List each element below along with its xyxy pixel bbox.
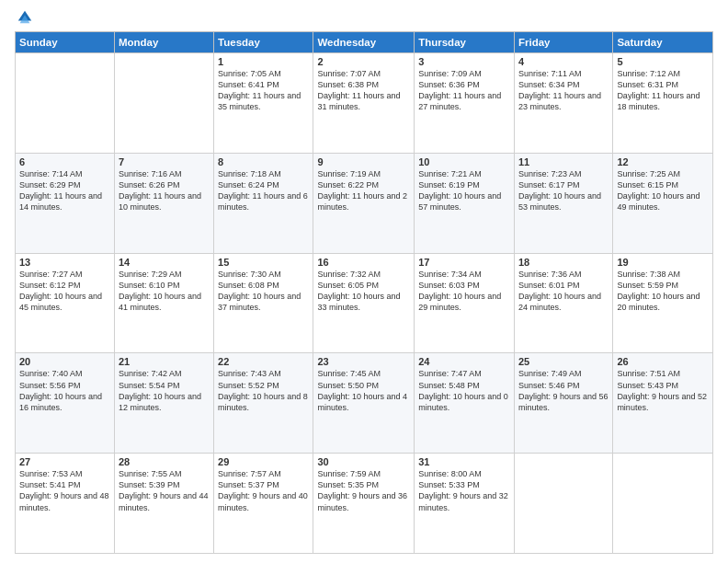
calendar-cell: 3 Sunrise: 7:09 AMSunset: 6:36 PMDayligh… xyxy=(415,53,515,154)
cell-info: Sunrise: 7:55 AMSunset: 5:39 PMDaylight:… xyxy=(119,469,209,511)
cell-day-number: 28 xyxy=(119,456,210,467)
calendar-cell: 31 Sunrise: 8:00 AMSunset: 5:33 PMDaylig… xyxy=(415,454,515,554)
calendar-cell: 16 Sunrise: 7:32 AMSunset: 6:05 PMDaylig… xyxy=(313,253,415,353)
cell-info: Sunrise: 7:51 AMSunset: 5:43 PMDaylight:… xyxy=(617,369,707,411)
cell-day-number: 25 xyxy=(518,356,609,367)
calendar-cell xyxy=(613,454,713,554)
cell-info: Sunrise: 7:27 AMSunset: 6:12 PMDaylight:… xyxy=(19,270,102,312)
calendar-cell: 11 Sunrise: 7:23 AMSunset: 6:17 PMDaylig… xyxy=(514,153,612,253)
calendar-cell: 4 Sunrise: 7:11 AMSunset: 6:34 PMDayligh… xyxy=(514,53,612,154)
cell-day-number: 21 xyxy=(119,356,210,367)
cell-day-number: 23 xyxy=(317,356,410,367)
cell-info: Sunrise: 7:16 AMSunset: 6:26 PMDaylight:… xyxy=(119,169,201,212)
day-header: Saturday xyxy=(613,32,713,53)
calendar-cell xyxy=(114,53,213,154)
calendar-cell: 23 Sunrise: 7:45 AMSunset: 5:50 PMDaylig… xyxy=(313,353,415,454)
calendar-cell: 12 Sunrise: 7:25 AMSunset: 6:15 PMDaylig… xyxy=(613,153,713,253)
cell-day-number: 16 xyxy=(317,257,410,268)
cell-day-number: 1 xyxy=(218,56,309,67)
cell-info: Sunrise: 7:11 AMSunset: 6:34 PMDaylight:… xyxy=(518,69,601,111)
cell-info: Sunrise: 7:09 AMSunset: 6:36 PMDaylight:… xyxy=(418,69,501,111)
cell-day-number: 12 xyxy=(617,156,709,167)
calendar-table: SundayMondayTuesdayWednesdayThursdayFrid… xyxy=(15,31,713,554)
cell-info: Sunrise: 7:19 AMSunset: 6:22 PMDaylight:… xyxy=(317,169,407,212)
cell-day-number: 5 xyxy=(617,56,709,67)
calendar-cell: 18 Sunrise: 7:36 AMSunset: 6:01 PMDaylig… xyxy=(514,253,612,353)
calendar-cell: 14 Sunrise: 7:29 AMSunset: 6:10 PMDaylig… xyxy=(114,253,213,353)
cell-day-number: 19 xyxy=(617,257,709,268)
calendar-cell: 10 Sunrise: 7:21 AMSunset: 6:19 PMDaylig… xyxy=(415,153,515,253)
calendar-cell xyxy=(16,53,115,154)
calendar-week-row: 20 Sunrise: 7:40 AMSunset: 5:56 PMDaylig… xyxy=(16,353,713,454)
calendar-cell: 17 Sunrise: 7:34 AMSunset: 6:03 PMDaylig… xyxy=(415,253,515,353)
calendar-cell: 26 Sunrise: 7:51 AMSunset: 5:43 PMDaylig… xyxy=(613,353,713,454)
cell-day-number: 31 xyxy=(418,456,510,467)
cell-day-number: 30 xyxy=(317,456,410,467)
cell-info: Sunrise: 7:38 AMSunset: 5:59 PMDaylight:… xyxy=(617,270,700,312)
calendar-cell: 9 Sunrise: 7:19 AMSunset: 6:22 PMDayligh… xyxy=(313,153,415,253)
cell-day-number: 22 xyxy=(218,356,309,367)
calendar-week-row: 6 Sunrise: 7:14 AMSunset: 6:29 PMDayligh… xyxy=(16,153,713,253)
calendar-week-row: 13 Sunrise: 7:27 AMSunset: 6:12 PMDaylig… xyxy=(16,253,713,353)
cell-info: Sunrise: 7:57 AMSunset: 5:37 PMDaylight:… xyxy=(218,469,308,511)
cell-day-number: 2 xyxy=(317,56,410,67)
calendar-cell: 6 Sunrise: 7:14 AMSunset: 6:29 PMDayligh… xyxy=(16,153,115,253)
day-header: Friday xyxy=(514,32,612,53)
cell-day-number: 18 xyxy=(518,257,609,268)
logo xyxy=(15,9,33,26)
calendar-cell: 29 Sunrise: 7:57 AMSunset: 5:37 PMDaylig… xyxy=(214,454,313,554)
cell-day-number: 10 xyxy=(418,156,510,167)
cell-day-number: 4 xyxy=(518,56,609,67)
calendar-cell: 27 Sunrise: 7:53 AMSunset: 5:41 PMDaylig… xyxy=(16,454,115,554)
calendar-week-row: 27 Sunrise: 7:53 AMSunset: 5:41 PMDaylig… xyxy=(16,454,713,554)
cell-info: Sunrise: 7:43 AMSunset: 5:52 PMDaylight:… xyxy=(218,369,308,411)
calendar-cell: 1 Sunrise: 7:05 AMSunset: 6:41 PMDayligh… xyxy=(214,53,313,154)
cell-day-number: 26 xyxy=(617,356,709,367)
cell-day-number: 17 xyxy=(418,257,510,268)
cell-info: Sunrise: 7:05 AMSunset: 6:41 PMDaylight:… xyxy=(218,69,301,111)
cell-day-number: 3 xyxy=(418,56,510,67)
logo-area xyxy=(15,9,33,26)
calendar-cell xyxy=(514,454,612,554)
calendar-cell: 25 Sunrise: 7:49 AMSunset: 5:46 PMDaylig… xyxy=(514,353,612,454)
calendar-cell: 13 Sunrise: 7:27 AMSunset: 6:12 PMDaylig… xyxy=(16,253,115,353)
cell-info: Sunrise: 7:53 AMSunset: 5:41 PMDaylight:… xyxy=(19,469,109,511)
cell-info: Sunrise: 7:21 AMSunset: 6:19 PMDaylight:… xyxy=(418,169,501,212)
cell-info: Sunrise: 8:00 AMSunset: 5:33 PMDaylight:… xyxy=(418,469,508,511)
cell-info: Sunrise: 7:49 AMSunset: 5:46 PMDaylight:… xyxy=(518,369,609,411)
cell-info: Sunrise: 7:32 AMSunset: 6:05 PMDaylight:… xyxy=(317,270,400,312)
cell-day-number: 11 xyxy=(518,156,609,167)
cell-info: Sunrise: 7:29 AMSunset: 6:10 PMDaylight:… xyxy=(119,270,201,312)
calendar-cell: 21 Sunrise: 7:42 AMSunset: 5:54 PMDaylig… xyxy=(114,353,213,454)
calendar-cell: 19 Sunrise: 7:38 AMSunset: 5:59 PMDaylig… xyxy=(613,253,713,353)
day-header: Tuesday xyxy=(214,32,313,53)
cell-info: Sunrise: 7:07 AMSunset: 6:38 PMDaylight:… xyxy=(317,69,400,111)
cell-day-number: 15 xyxy=(218,257,309,268)
calendar-cell: 2 Sunrise: 7:07 AMSunset: 6:38 PMDayligh… xyxy=(313,53,415,154)
cell-info: Sunrise: 7:14 AMSunset: 6:29 PMDaylight:… xyxy=(19,169,102,212)
day-header: Thursday xyxy=(415,32,515,53)
cell-day-number: 29 xyxy=(218,456,309,467)
calendar-cell: 22 Sunrise: 7:43 AMSunset: 5:52 PMDaylig… xyxy=(214,353,313,454)
cell-day-number: 14 xyxy=(119,257,210,268)
cell-info: Sunrise: 7:30 AMSunset: 6:08 PMDaylight:… xyxy=(218,270,301,312)
cell-info: Sunrise: 7:12 AMSunset: 6:31 PMDaylight:… xyxy=(617,69,700,111)
cell-day-number: 24 xyxy=(418,356,510,367)
calendar-cell: 8 Sunrise: 7:18 AMSunset: 6:24 PMDayligh… xyxy=(214,153,313,253)
cell-day-number: 13 xyxy=(19,257,110,268)
cell-day-number: 6 xyxy=(19,156,110,167)
header-row: SundayMondayTuesdayWednesdayThursdayFrid… xyxy=(16,32,713,53)
cell-day-number: 8 xyxy=(218,156,309,167)
calendar-week-row: 1 Sunrise: 7:05 AMSunset: 6:41 PMDayligh… xyxy=(16,53,713,154)
calendar-cell: 15 Sunrise: 7:30 AMSunset: 6:08 PMDaylig… xyxy=(214,253,313,353)
header xyxy=(15,9,713,26)
calendar-cell: 24 Sunrise: 7:47 AMSunset: 5:48 PMDaylig… xyxy=(415,353,515,454)
cell-info: Sunrise: 7:47 AMSunset: 5:48 PMDaylight:… xyxy=(418,369,508,411)
day-header: Sunday xyxy=(16,32,115,53)
calendar-cell: 20 Sunrise: 7:40 AMSunset: 5:56 PMDaylig… xyxy=(16,353,115,454)
cell-day-number: 7 xyxy=(119,156,210,167)
calendar-cell: 5 Sunrise: 7:12 AMSunset: 6:31 PMDayligh… xyxy=(613,53,713,154)
cell-info: Sunrise: 7:34 AMSunset: 6:03 PMDaylight:… xyxy=(418,270,501,312)
cell-info: Sunrise: 7:25 AMSunset: 6:15 PMDaylight:… xyxy=(617,169,700,212)
cell-info: Sunrise: 7:23 AMSunset: 6:17 PMDaylight:… xyxy=(518,169,601,212)
